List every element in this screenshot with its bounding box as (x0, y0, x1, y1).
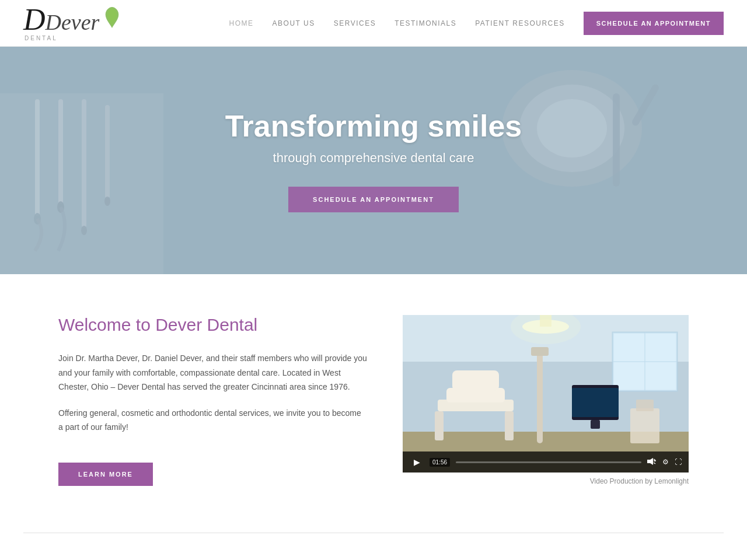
learn-more-button[interactable]: LEARN MORE (58, 463, 153, 486)
main-nav: HOME ABOUT US SERVICES TESTIMONIALS PATI… (229, 12, 724, 35)
nav-testimonials[interactable]: TESTIMONIALS (395, 19, 456, 27)
svg-rect-33 (572, 388, 619, 417)
nav-about[interactable]: ABOUT US (273, 19, 315, 27)
video-container[interactable]: ▶ 01:56 ⚙ ⛶ (403, 315, 689, 473)
video-thumbnail (403, 315, 689, 473)
svg-rect-28 (452, 370, 499, 391)
hero-content: Transforming smiles through comprehensiv… (225, 108, 522, 212)
logo-subtitle: DENTAL (23, 35, 99, 41)
hero-section: Transforming smiles through comprehensiv… (0, 47, 747, 274)
content-right: ▶ 01:56 ⚙ ⛶ Video Production by Lemonlig… (403, 315, 689, 485)
play-button[interactable]: ▶ (410, 455, 424, 469)
footer-divider (23, 533, 724, 533)
svg-rect-38 (636, 400, 654, 411)
svg-rect-32 (591, 420, 600, 429)
nav-services[interactable]: SERVICES (334, 19, 376, 27)
svg-line-41 (654, 459, 655, 460)
svg-rect-37 (630, 408, 659, 443)
svg-marker-40 (650, 458, 653, 465)
site-header: DDever DENTAL HOME ABOUT US SERVICES TES… (0, 0, 747, 47)
logo-name: DDever (23, 5, 99, 35)
progress-bar[interactable] (456, 461, 641, 463)
video-credit: Video Production by Lemonlight (403, 477, 689, 485)
hero-cta-button[interactable]: SCHEDULE AN APPOINTMENT (288, 187, 459, 212)
svg-rect-27 (505, 411, 514, 440)
volume-icon[interactable] (647, 458, 657, 467)
hero-title: Transforming smiles (225, 108, 522, 144)
main-content: Welcome to Dever Dental Join Dr. Martha … (23, 274, 724, 521)
nav-cta-button[interactable]: SCHEDULE AN APPOINTMENT (584, 12, 724, 35)
video-time: 01:56 (430, 458, 450, 467)
svg-rect-29 (537, 350, 543, 443)
svg-line-43 (654, 463, 655, 464)
settings-icon[interactable]: ⚙ (662, 458, 669, 466)
svg-rect-30 (531, 347, 549, 356)
svg-rect-39 (647, 460, 650, 463)
welcome-title: Welcome to Dever Dental (58, 315, 368, 335)
nav-home[interactable]: HOME (229, 19, 254, 27)
logo[interactable]: DDever DENTAL (23, 5, 123, 41)
svg-rect-23 (613, 332, 677, 391)
svg-rect-26 (435, 411, 444, 440)
video-room-illustration (403, 315, 689, 473)
nav-patient-resources[interactable]: PATIENT RESOURCES (475, 19, 565, 27)
fullscreen-icon[interactable]: ⛶ (675, 458, 682, 466)
hero-subtitle: through comprehensive dental care (225, 150, 522, 166)
welcome-paragraph-1: Join Dr. Martha Dever, Dr. Daniel Dever,… (58, 351, 368, 394)
logo-icon (101, 6, 123, 30)
video-controls: ▶ 01:56 ⚙ ⛶ (403, 452, 689, 473)
welcome-paragraph-2: Offering general, cosmetic and orthodont… (58, 406, 368, 435)
content-left: Welcome to Dever Dental Join Dr. Martha … (58, 315, 368, 486)
